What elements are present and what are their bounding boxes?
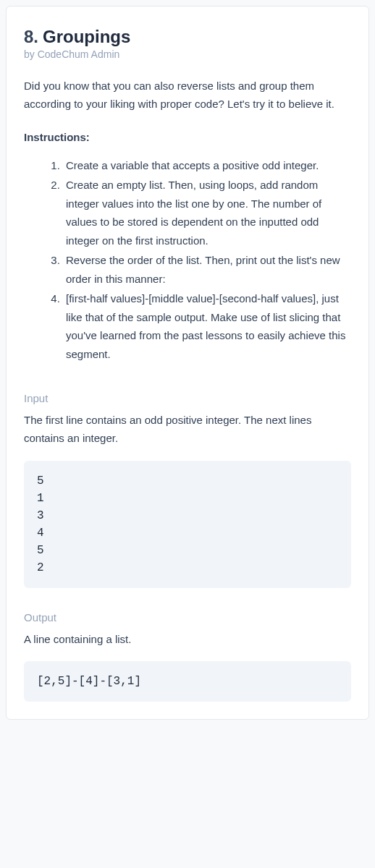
byline: by CodeChum Admin — [24, 48, 351, 60]
title-row: 8. Groupings — [24, 27, 351, 47]
input-code-block: 5 1 3 4 5 2 — [24, 461, 351, 588]
instruction-item: [first-half values]-[middle value]-[seco… — [63, 289, 351, 363]
title-text: Groupings — [43, 27, 130, 47]
instruction-item: Create an empty list. Then, using loops,… — [63, 176, 351, 250]
input-desc: The first line contains an odd positive … — [24, 412, 351, 448]
output-label: Output — [24, 611, 351, 624]
output-code-block: [2,5]-[4]-[3,1] — [24, 661, 351, 702]
title-number: 8. — [24, 27, 38, 47]
instruction-item: Create a variable that accepts a positiv… — [63, 156, 351, 175]
output-desc: A line containing a list. — [24, 631, 351, 649]
intro-text: Did you know that you can also reverse l… — [24, 77, 351, 114]
problem-card: 8. Groupings by CodeChum Admin Did you k… — [6, 6, 369, 720]
input-label: Input — [24, 392, 351, 404]
instructions-list: Create a variable that accepts a positiv… — [24, 156, 351, 364]
instruction-item: Reverse the order of the list. Then, pri… — [63, 251, 351, 288]
instructions-label: Instructions: — [24, 131, 351, 143]
